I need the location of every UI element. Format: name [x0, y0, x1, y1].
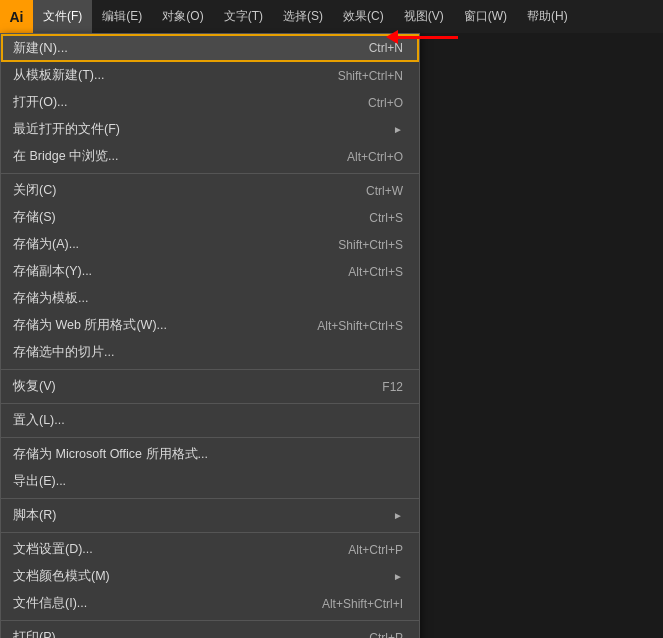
- menu-item-print[interactable]: 打印(P)... Ctrl+P: [1, 624, 419, 638]
- menu-item-print-label: 打印(P)...: [13, 629, 339, 638]
- menu-item-save-slices[interactable]: 存储选中的切片...: [1, 339, 419, 366]
- menu-window[interactable]: 窗口(W): [454, 0, 517, 33]
- menu-help[interactable]: 帮助(H): [517, 0, 578, 33]
- menu-item-place[interactable]: 置入(L)...: [1, 407, 419, 434]
- menu-item-scripts[interactable]: 脚本(R) ►: [1, 502, 419, 529]
- menu-item-doc-setup[interactable]: 文档设置(D)... Alt+Ctrl+P: [1, 536, 419, 563]
- separator-5: [1, 498, 419, 499]
- menu-item-file-info-label: 文件信息(I)...: [13, 595, 292, 612]
- menu-item-save-template[interactable]: 存储为模板...: [1, 285, 419, 312]
- menu-item-open-recent[interactable]: 最近打开的文件(F) ►: [1, 116, 419, 143]
- menu-item-browse-bridge-shortcut: Alt+Ctrl+O: [347, 150, 403, 164]
- menu-item-new-label: 新建(N)...: [13, 39, 339, 57]
- menu-item-revert-shortcut: F12: [382, 380, 403, 394]
- menu-item-save-web[interactable]: 存储为 Web 所用格式(W)... Alt+Shift+Ctrl+S: [1, 312, 419, 339]
- menu-item-new-template-label: 从模板新建(T)...: [13, 67, 308, 84]
- menu-item-new-template-shortcut: Shift+Ctrl+N: [338, 69, 403, 83]
- menu-item-open[interactable]: 打开(O)... Ctrl+O: [1, 89, 419, 116]
- menu-select[interactable]: 选择(S): [273, 0, 333, 33]
- menu-item-save-copy-label: 存储副本(Y)...: [13, 263, 318, 280]
- menu-item-save-ms-office[interactable]: 存储为 Microsoft Office 所用格式...: [1, 441, 419, 468]
- menu-item-new[interactable]: 新建(N)... Ctrl+N: [1, 34, 419, 62]
- separator-7: [1, 620, 419, 621]
- separator-2: [1, 369, 419, 370]
- menu-item-save-slices-label: 存储选中的切片...: [13, 344, 373, 361]
- menu-item-save-web-label: 存储为 Web 所用格式(W)...: [13, 317, 287, 334]
- logo-text: Ai: [10, 9, 24, 25]
- menu-item-export[interactable]: 导出(E)...: [1, 468, 419, 495]
- menu-item-revert-label: 恢复(V): [13, 378, 352, 395]
- menu-item-save-as-shortcut: Shift+Ctrl+S: [338, 238, 403, 252]
- menu-item-doc-setup-label: 文档设置(D)...: [13, 541, 318, 558]
- submenu-arrow: ►: [393, 124, 403, 135]
- arrow-head: [386, 30, 398, 44]
- menu-view[interactable]: 视图(V): [394, 0, 454, 33]
- menu-item-doc-color-mode[interactable]: 文档颜色模式(M) ►: [1, 563, 419, 590]
- menu-item-open-shortcut: Ctrl+O: [368, 96, 403, 110]
- menu-item-browse-bridge-label: 在 Bridge 中浏览...: [13, 148, 317, 165]
- menu-object[interactable]: 对象(O): [152, 0, 213, 33]
- separator-3: [1, 403, 419, 404]
- arrow-line: [398, 36, 458, 39]
- menu-items: 文件(F) 编辑(E) 对象(O) 文字(T) 选择(S) 效果(C) 视图(V…: [33, 0, 578, 33]
- separator-1: [1, 173, 419, 174]
- menu-item-doc-setup-shortcut: Alt+Ctrl+P: [348, 543, 403, 557]
- menu-edit[interactable]: 编辑(E): [92, 0, 152, 33]
- menu-item-save-as-label: 存储为(A)...: [13, 236, 308, 253]
- menu-item-save-shortcut: Ctrl+S: [369, 211, 403, 225]
- menu-type[interactable]: 文字(T): [214, 0, 273, 33]
- menu-item-close-shortcut: Ctrl+W: [366, 184, 403, 198]
- menu-item-save-label: 存储(S): [13, 209, 339, 226]
- scripts-submenu-arrow: ►: [393, 510, 403, 521]
- menu-item-save[interactable]: 存储(S) Ctrl+S: [1, 204, 419, 231]
- menu-item-place-label: 置入(L)...: [13, 412, 373, 429]
- menu-item-save-as[interactable]: 存储为(A)... Shift+Ctrl+S: [1, 231, 419, 258]
- menu-item-save-copy[interactable]: 存储副本(Y)... Alt+Ctrl+S: [1, 258, 419, 285]
- red-arrow-annotation: [386, 30, 458, 44]
- menu-item-save-ms-office-label: 存储为 Microsoft Office 所用格式...: [13, 446, 373, 463]
- menu-item-doc-color-mode-label: 文档颜色模式(M): [13, 568, 388, 585]
- separator-4: [1, 437, 419, 438]
- menu-item-open-label: 打开(O)...: [13, 94, 338, 111]
- menu-item-close-label: 关闭(C): [13, 182, 336, 199]
- menu-item-print-shortcut: Ctrl+P: [369, 631, 403, 639]
- file-dropdown-menu: 新建(N)... Ctrl+N 从模板新建(T)... Shift+Ctrl+N…: [0, 33, 420, 638]
- menu-item-save-copy-shortcut: Alt+Ctrl+S: [348, 265, 403, 279]
- separator-6: [1, 532, 419, 533]
- color-mode-submenu-arrow: ►: [393, 571, 403, 582]
- menu-item-file-info[interactable]: 文件信息(I)... Alt+Shift+Ctrl+I: [1, 590, 419, 617]
- menu-item-revert[interactable]: 恢复(V) F12: [1, 373, 419, 400]
- menu-file[interactable]: 文件(F): [33, 0, 92, 33]
- menu-effect[interactable]: 效果(C): [333, 0, 394, 33]
- app-logo: Ai: [0, 0, 33, 33]
- menu-item-scripts-label: 脚本(R): [13, 507, 388, 524]
- menu-item-file-info-shortcut: Alt+Shift+Ctrl+I: [322, 597, 403, 611]
- menu-item-save-template-label: 存储为模板...: [13, 290, 373, 307]
- menu-item-browse-bridge[interactable]: 在 Bridge 中浏览... Alt+Ctrl+O: [1, 143, 419, 170]
- menu-item-open-recent-label: 最近打开的文件(F): [13, 121, 388, 138]
- menu-item-close[interactable]: 关闭(C) Ctrl+W: [1, 177, 419, 204]
- menu-item-save-web-shortcut: Alt+Shift+Ctrl+S: [317, 319, 403, 333]
- menu-item-export-label: 导出(E)...: [13, 473, 373, 490]
- menu-item-new-from-template[interactable]: 从模板新建(T)... Shift+Ctrl+N: [1, 62, 419, 89]
- menu-bar: Ai 文件(F) 编辑(E) 对象(O) 文字(T) 选择(S) 效果(C) 视…: [0, 0, 663, 33]
